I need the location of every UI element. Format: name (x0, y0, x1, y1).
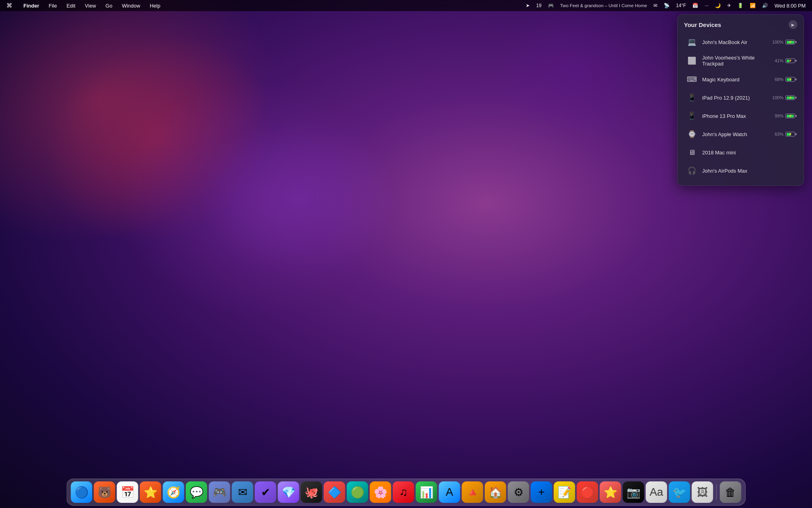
device-name: 2018 Mac mini (702, 150, 779, 156)
menu-window[interactable]: Window (120, 2, 142, 10)
widget-expand-button[interactable]: ▶ (789, 20, 797, 29)
menu-edit[interactable]: Edit (65, 2, 77, 10)
dock-item-omnifocus[interactable]: ✔OmniFocus (255, 481, 276, 503)
device-battery: 63%⚡ (775, 132, 795, 137)
device-row[interactable]: 🖥2018 Mac mini (680, 143, 801, 162)
battery-icon: ⚡ (785, 77, 795, 82)
device-list: 💻John's MacBook Air100%⚡⬜John Voorhees's… (678, 33, 804, 180)
dock-item-messages[interactable]: 💬Messages (186, 481, 207, 503)
dock-item-finder[interactable]: 🔵Finder (71, 481, 92, 503)
device-icon-macmini: 🖥 (686, 147, 697, 158)
charging-bolt-icon: ⚡ (789, 59, 792, 62)
dock-item-reeder-5[interactable]: ⭐Reeder 5 (600, 481, 621, 503)
dock-item-robinhoodie[interactable]: 🔺Robinhoodie (462, 481, 483, 503)
device-icon-trackpad: ⬜ (686, 55, 697, 66)
device-icon-airpods: 🎧 (686, 165, 697, 176)
gamepad-icon[interactable]: 🎮 (546, 2, 555, 9)
dock-item-dictionary[interactable]: AaDictionary (646, 481, 667, 503)
device-battery: 68%⚡ (775, 77, 795, 82)
dock-item-preview[interactable]: 🖼Preview (692, 481, 713, 503)
location-icon[interactable]: ➤ (524, 2, 531, 9)
dock-item-reeder[interactable]: ⭐Reeder (140, 481, 161, 503)
device-row[interactable]: ⬜John Voorhees's White Trackpad41%⚡ (680, 51, 801, 70)
dock-item-launchpad[interactable]: +Launchpad (531, 481, 552, 503)
battery-body: ⚡ (785, 95, 795, 100)
dock-item-frenzic[interactable]: 🟢Frenzic (347, 481, 368, 503)
wifi-icon[interactable]: 📶 (748, 2, 757, 9)
device-row[interactable]: 📱iPad Pro 12.9 (2021)100%⚡ (680, 89, 801, 107)
device-row[interactable]: ⌨Magic Keyboard68%⚡ (680, 70, 801, 89)
battery-icon: ⚡ (785, 114, 795, 118)
battery-percentage: 68% (775, 77, 783, 82)
dock-item-numbers[interactable]: 📊Numbers (416, 481, 437, 503)
device-row[interactable]: 📱iPhone 13 Pro Max99%⚡ (680, 107, 801, 125)
dock-separator (716, 484, 717, 500)
menubar-right: ➤ 19 🎮 Two Feet & grandson – Until I Com… (524, 2, 807, 10)
notification-calendar-icon[interactable]: 📅 (691, 2, 700, 9)
dnd-moon-icon[interactable]: 🌙 (713, 2, 722, 9)
device-name: John Voorhees's White Trackpad (702, 55, 770, 67)
dock-item-mimestream[interactable]: ✉Mimestream (232, 481, 253, 503)
charging-bolt-icon: ⚡ (789, 114, 792, 117)
device-battery: 99%⚡ (775, 114, 795, 118)
dock-item-safari[interactable]: 🧭Safari (163, 481, 184, 503)
dock-item-calendar[interactable]: 📅Calendar (117, 481, 138, 503)
volume-icon[interactable]: 🔊 (760, 2, 770, 9)
dock-item-photos[interactable]: 🌸Photos (370, 481, 391, 503)
dock-item-trash[interactable]: 🗑Trash (720, 481, 741, 503)
battery-body: ⚡ (785, 40, 795, 44)
device-name: iPad Pro 12.9 (2021) (702, 95, 768, 101)
app-name[interactable]: Finder (22, 2, 41, 10)
mail-icon[interactable]: ✉ (652, 2, 659, 9)
menu-go[interactable]: Go (104, 2, 114, 10)
device-icon-keyboard: ⌨ (686, 74, 697, 85)
device-name: iPhone 13 Pro Max (702, 113, 770, 119)
dock-item-github[interactable]: 🐙GitHub (301, 481, 322, 503)
menu-file[interactable]: File (47, 2, 59, 10)
device-name: John's MacBook Air (702, 39, 768, 45)
device-icon-ipad: 📱 (686, 92, 697, 103)
dock-item-app-store[interactable]: AApp Store (439, 481, 460, 503)
control-center-dots[interactable]: ··· (703, 2, 710, 9)
dock-item-discord[interactable]: 🎮Discord (209, 481, 230, 503)
battery-icon: ⚡ (785, 40, 795, 44)
menubar: ⌘ Finder File Edit View Go Window Help ➤… (0, 0, 812, 11)
dock-item-craft[interactable]: 🔷Craft (324, 481, 345, 503)
device-row[interactable]: ⌚John's Apple Watch63%⚡ (680, 125, 801, 143)
dock-item-twitter[interactable]: 🐦Twitter (669, 481, 690, 503)
charging-bolt-icon: ⚡ (789, 40, 792, 44)
calendar-status-icon[interactable]: 19 (534, 2, 543, 9)
menu-view[interactable]: View (83, 2, 98, 10)
dock-item-system-preferences[interactable]: ⚙System Preferences (508, 481, 529, 503)
menu-help[interactable]: Help (148, 2, 162, 10)
battery-body: ⚡ (785, 132, 795, 137)
dock-item-streaks[interactable]: 🔴Streaks (577, 481, 598, 503)
clock-display[interactable]: Wed 8:00 PM (773, 2, 807, 10)
charging-bolt-icon: ⚡ (789, 78, 792, 81)
airdrop-icon[interactable]: 📡 (662, 2, 671, 9)
dock-item-bear[interactable]: 🐻Bear (94, 481, 115, 503)
dock-item-halide[interactable]: 📷Halide (623, 481, 644, 503)
now-playing[interactable]: Two Feet & grandson – Until I Come Home (559, 2, 649, 9)
temperature-display: 14°F (674, 2, 688, 9)
device-row[interactable]: 💻John's MacBook Air100%⚡ (680, 33, 801, 51)
battery-percentage: 100% (772, 95, 783, 100)
battery-percentage: 41% (775, 58, 783, 63)
dock-item-home[interactable]: 🏠Home (485, 481, 506, 503)
dock-item-crystal-ball[interactable]: 💎Crystal Ball (278, 481, 299, 503)
battery-icon-menubar[interactable]: 🔋 (736, 2, 745, 9)
dock-item-notes[interactable]: 📝Notes (554, 481, 575, 503)
apple-menu[interactable]: ⌘ (5, 1, 14, 10)
battery-icon: ⚡ (785, 95, 795, 100)
device-battery: 41%⚡ (775, 58, 795, 63)
battery-body: ⚡ (785, 77, 795, 82)
battery-percentage: 63% (775, 132, 783, 137)
charging-bolt-icon: ⚡ (789, 96, 792, 99)
device-name: Magic Keyboard (702, 77, 770, 83)
device-name: John's AirPods Max (702, 168, 779, 174)
device-row[interactable]: 🎧John's AirPods Max (680, 162, 801, 180)
dock-item-music[interactable]: ♫Music (393, 481, 414, 503)
battery-percentage: 100% (772, 40, 783, 44)
screentime-icon[interactable]: ✈ (726, 2, 733, 9)
menubar-left: ⌘ Finder File Edit View Go Window Help (5, 1, 524, 10)
